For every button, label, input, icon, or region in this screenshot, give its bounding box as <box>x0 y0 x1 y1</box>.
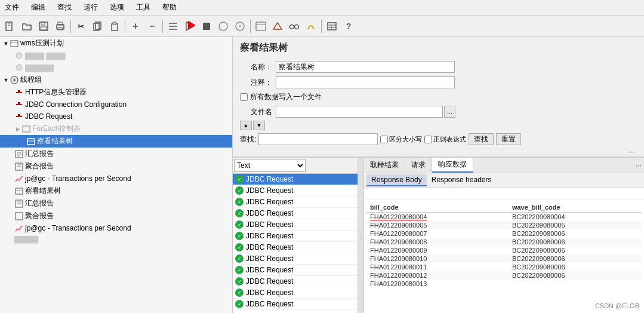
reset-button[interactable]: 重置 <box>496 133 521 145</box>
tree-result-tree2[interactable]: 察看结果树 <box>0 185 232 197</box>
tree-jpgc2[interactable]: jp@gc - Transactions per Second <box>0 222 232 234</box>
tree-http-header[interactable]: HTTP信息头管理器 <box>0 86 232 99</box>
tree-jdbc-config[interactable]: JDBC Connection Configuration <box>0 99 232 111</box>
tree-aggregate[interactable]: 聚合报告 <box>0 160 232 173</box>
tb-pause[interactable] <box>215 19 231 34</box>
tabs-three-dots[interactable]: ··· <box>633 161 644 170</box>
name-input[interactable] <box>276 61 455 73</box>
text-dropdown[interactable]: Text <box>234 159 306 172</box>
three-dots-right[interactable]: ··· <box>626 148 637 156</box>
col-bill-code: bill_code <box>366 202 509 213</box>
data-tab-body[interactable]: Response Body <box>366 174 427 186</box>
tb-add[interactable]: + <box>128 19 143 34</box>
tb-print[interactable] <box>53 19 68 34</box>
tree-blurred2-label: ▓▓▓▓▓▓ <box>25 64 54 71</box>
search-input[interactable] <box>258 133 378 145</box>
result-item[interactable]: ✓ JDBC Request <box>233 185 358 197</box>
tree-foreach[interactable]: ▶ ForEach控制器 <box>0 122 232 135</box>
menu-run[interactable]: 运行 <box>81 1 100 14</box>
arrow-down[interactable]: ▼ <box>253 121 265 130</box>
menu-file[interactable]: 文件 <box>2 1 21 14</box>
svg-rect-22 <box>256 22 266 30</box>
case-sensitive-check[interactable]: 区分大小写 <box>380 135 422 144</box>
result-item[interactable]: ✓ JDBC Request <box>233 219 358 231</box>
search-button[interactable]: 查找 <box>469 133 494 145</box>
tb-tool2[interactable] <box>270 19 285 34</box>
result-item[interactable]: ✓ JDBC Request <box>233 208 358 219</box>
tree-result-tree-selected[interactable]: 察看结果树 <box>0 135 232 148</box>
tb-cut[interactable]: ✂ <box>73 19 89 34</box>
menu-tools[interactable]: 工具 <box>134 1 153 14</box>
tree-jpgc1[interactable]: jp@gc - Transactions per Second <box>0 173 232 185</box>
text-dropdown-row: Text <box>233 158 358 174</box>
tree-blurred1[interactable]: ▓▓▓▓ ▓▓▓▓ <box>0 50 232 62</box>
data-tab-headers[interactable]: Response headers <box>427 174 497 186</box>
tab-sample-result[interactable]: 取样结果 <box>364 158 405 172</box>
result-item[interactable]: ✓ JDBC Request <box>233 276 358 287</box>
result-item[interactable]: ✓ JDBC Request <box>233 265 358 276</box>
tb-binoculars[interactable] <box>286 19 302 34</box>
tb-tool1[interactable] <box>253 19 269 34</box>
tb-paste[interactable] <box>107 19 122 34</box>
result-item[interactable]: ✓ JDBC Request <box>233 231 358 242</box>
result-item[interactable]: ✓ JDBC Request <box>233 287 358 299</box>
tree-blurred2[interactable]: ▓▓▓▓▓▓ <box>0 62 232 73</box>
main-tabs-row: 取样结果 请求 响应数据 ··· <box>364 158 644 173</box>
tb-save[interactable] <box>36 19 51 34</box>
root-icon <box>10 39 19 48</box>
tab-response-data[interactable]: 响应数据 <box>432 158 473 173</box>
svg-rect-26 <box>328 23 336 30</box>
tb-sep4 <box>250 20 251 33</box>
resize-handle[interactable]: ⋮ <box>358 158 364 313</box>
menu-help[interactable]: 帮助 <box>160 1 179 14</box>
tb-record[interactable] <box>232 19 248 34</box>
svg-rect-11 <box>112 24 118 30</box>
tb-settings[interactable] <box>165 19 181 34</box>
write-all-checkbox[interactable] <box>240 93 248 101</box>
tb-play[interactable] <box>182 19 198 34</box>
http-header-icon <box>14 88 24 97</box>
menu-edit[interactable]: 编辑 <box>29 1 48 14</box>
regex-check[interactable]: 正则表达式 <box>424 135 466 144</box>
comment-input[interactable] <box>276 76 455 88</box>
result-icon-green: ✓ <box>235 175 244 183</box>
aggregate2-icon <box>14 211 24 221</box>
tb-copy[interactable] <box>90 19 106 34</box>
result-item[interactable]: ✓ JDBC Request <box>233 242 358 253</box>
tree-thread-group[interactable]: ▼ 线程组 <box>0 73 232 86</box>
tb-stop[interactable] <box>199 19 214 34</box>
menu-find[interactable]: 查找 <box>55 1 74 14</box>
tb-open[interactable] <box>19 19 35 34</box>
tree-blurred3[interactable]: ▓▓▓▓▓ <box>0 234 232 244</box>
result-item[interactable]: ✓ JDBC Request <box>233 174 358 185</box>
result-item[interactable]: ✓ JDBC Request <box>233 253 358 265</box>
result-tree2-icon <box>14 186 24 196</box>
bottom-section: Text ✓ JDBC Request ✓ JDBC Request ✓ <box>233 157 644 313</box>
table-cell-0-1: BC202209080004 <box>509 213 642 222</box>
tb-tool3[interactable] <box>303 19 319 34</box>
tree-blurred3-label: ▓▓▓▓▓ <box>14 235 38 243</box>
browse-button[interactable]: ... <box>444 106 455 118</box>
toolbar: ✂ + − ? <box>0 16 644 37</box>
tb-list[interactable] <box>324 19 340 34</box>
tree-aggregate2[interactable]: 聚合报告 <box>0 210 232 222</box>
svg-point-23 <box>290 24 294 29</box>
jpgc2-icon <box>14 223 24 233</box>
result-item[interactable]: ✓ JDBC Request <box>233 197 358 208</box>
tree-root[interactable]: ▼ wms压测计划 <box>0 37 232 50</box>
tree-summary[interactable]: 汇总报告 <box>0 148 232 160</box>
tb-remove[interactable]: − <box>144 19 160 34</box>
tree-jdbc-request[interactable]: JDBC Request <box>0 111 232 122</box>
tree-summary2[interactable]: 汇总报告 <box>0 197 232 210</box>
tb-new[interactable] <box>2 19 18 34</box>
regex-checkbox[interactable] <box>424 136 432 143</box>
menu-options[interactable]: 选项 <box>107 1 127 14</box>
filename-input[interactable] <box>276 106 443 118</box>
tb-help[interactable]: ? <box>341 19 356 34</box>
svg-rect-18 <box>203 23 210 30</box>
case-sensitive-checkbox[interactable] <box>380 136 388 143</box>
svg-rect-53 <box>16 188 23 194</box>
tab-request[interactable]: 请求 <box>405 158 432 172</box>
arrow-up[interactable]: ▲ <box>240 121 252 130</box>
result-item[interactable]: ✓ JDBC Request <box>233 299 358 310</box>
